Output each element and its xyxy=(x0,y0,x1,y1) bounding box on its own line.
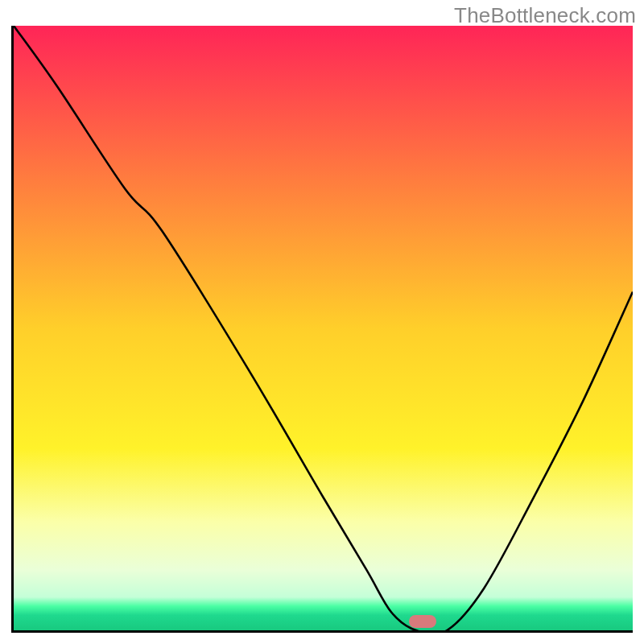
chart-axes xyxy=(11,26,633,633)
chart-canvas: TheBottleneck.com xyxy=(0,0,644,644)
watermark-text: TheBottleneck.com xyxy=(454,3,636,28)
